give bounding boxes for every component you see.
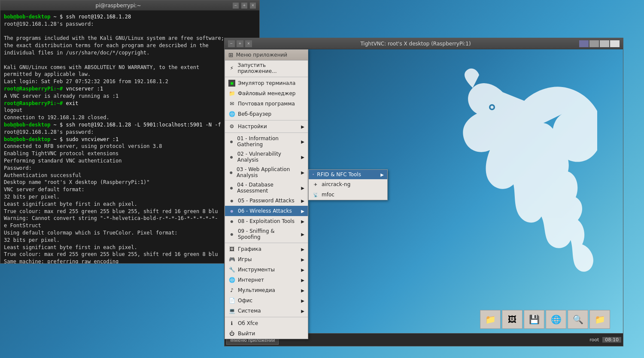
save-icon: 💾 (529, 314, 540, 325)
menu-separator-5 (225, 317, 308, 317)
vnc-taskbar-bottom-icons: 📁 🖼 💾 🌐 🔍 📁 (480, 310, 610, 329)
office-arrow: ▶ (301, 298, 304, 303)
menu-separator-1 (225, 77, 308, 77)
menu-item-about[interactable]: ℹ Об Xfce (225, 318, 308, 328)
menu-item-system-label: Система (238, 308, 261, 314)
settings-arrow: ▶ (301, 124, 304, 129)
vnc-close-button[interactable]: × (245, 40, 252, 47)
menu-item-terminal[interactable]: ▣ Эмулятор терминала (225, 78, 308, 88)
menu-item-05[interactable]: ● 05 - Password Attacks ▶ (225, 196, 308, 206)
terminal-body: bob@bob-desktop ~ $ ssh root@192.168.1.2… (0, 11, 259, 263)
menu-item-logout[interactable]: ⏻ Выйти (225, 328, 308, 339)
settings-icon: ⚙ (228, 123, 235, 130)
menu-header: ⊞ Меню приложений (225, 50, 308, 60)
menu-item-games-label: Игры (238, 256, 252, 262)
taskbar-icon-image[interactable]: 🖼 (502, 310, 522, 329)
vnc-minimize-button[interactable]: − (228, 40, 235, 47)
menu-item-multimedia[interactable]: ♪ Мультимедиа ▶ (225, 285, 308, 295)
item03-icon: ● (228, 169, 234, 176)
menu-item-settings[interactable]: ⚙ Настройки ▶ (225, 121, 308, 132)
menu-item-01-label: 01 - Information Gathering (237, 135, 298, 147)
item08-arrow: ▶ (301, 219, 304, 224)
menu-item-09[interactable]: ● 09 - Sniffing & Spoofing ▶ (225, 226, 308, 242)
menu-item-mail-label: Почтовая программа (238, 101, 295, 107)
multimedia-icon: ♪ (228, 287, 235, 294)
menu-item-graphics-label: Графика (238, 246, 261, 252)
color-sq-3 (600, 40, 609, 47)
menu-item-office-label: Офис (238, 298, 252, 304)
wireless-submenu: • RFID & NFC Tools ▶ ✈ aircrack-ng 📡 mfo… (308, 169, 388, 200)
mfoc-icon: 📡 (312, 191, 319, 198)
multimedia-arrow: ▶ (301, 288, 304, 293)
globe-icon: 🌐 (551, 314, 562, 325)
submenu-aircrack-label: aircrack-ng (322, 181, 350, 187)
menu-item-games[interactable]: 🎮 Игры ▶ (225, 254, 308, 265)
taskbar-icon-globe[interactable]: 🌐 (546, 310, 566, 329)
color-sq-2 (589, 40, 599, 47)
aircrack-icon: ✈ (312, 181, 319, 188)
menu-item-graphics[interactable]: 🖼 Графика ▶ (225, 244, 308, 254)
color-sq-1 (579, 40, 589, 47)
folder-icon: 📁 (595, 314, 605, 325)
menu-item-internet[interactable]: 🌐 Интернет ▶ (225, 275, 308, 285)
vnc-dragon (425, 62, 597, 278)
files-icon: 📁 (485, 314, 496, 325)
submenu-mfoc-label: mfoc (322, 192, 334, 198)
item09-arrow: ▶ (301, 232, 304, 237)
menu-item-08[interactable]: ● 08 - Exploitation Tools ▶ (225, 216, 308, 226)
terminal-window: pi@raspberrypi:~ − + × bob@bob-desktop ~… (0, 0, 260, 264)
tools-arrow: ▶ (301, 268, 304, 272)
menu-item-system[interactable]: 💻 Система ▶ (225, 306, 308, 316)
terminal-close-button[interactable]: × (250, 3, 256, 9)
rfid-icon: • (312, 172, 314, 177)
menu-item-mail[interactable]: ✉ Почтовая программа (225, 99, 308, 109)
menu-item-tools[interactable]: 🔧 Инструменты ▶ (225, 265, 308, 275)
menu-item-filemanager[interactable]: 📁 Файловый менеджер (225, 88, 308, 99)
color-squares (579, 40, 620, 47)
item02-icon: ● (228, 153, 235, 160)
menu-item-settings-label: Настройки (238, 123, 267, 129)
item05-icon: ● (228, 197, 235, 204)
taskbar-icon-save[interactable]: 💾 (524, 310, 544, 329)
menu-item-about-label: Об Xfce (238, 320, 258, 326)
menu-item-06[interactable]: ● 06 - Wireless Attacks ▶ (225, 206, 308, 216)
taskbar-icon-search[interactable]: 🔍 (568, 310, 588, 329)
terminal-title: pi@raspberrypi:~ (4, 3, 233, 9)
submenu-item-aircrack[interactable]: ✈ aircrack-ng (309, 179, 387, 190)
menu-item-04[interactable]: ● 04 - Database Assessment ▶ (225, 180, 308, 196)
menu-item-browser[interactable]: 🌐 Веб-браузер (225, 109, 308, 119)
menu-item-01[interactable]: ● 01 - Information Gathering ▶ (225, 134, 308, 149)
taskbar-icon-folder[interactable]: 📁 (589, 310, 610, 329)
item04-arrow: ▶ (301, 186, 304, 190)
submenu-item-rfid[interactable]: • RFID & NFC Tools ▶ (309, 170, 387, 179)
item06-icon: ● (228, 208, 235, 214)
menu-item-09-label: 09 - Sniffing & Spoofing (238, 228, 298, 240)
vnc-maximize-button[interactable]: + (237, 40, 243, 47)
terminal-minimize-button[interactable]: − (233, 3, 239, 9)
vnc-window: − + × TightVNC: root's X desktop (Raspbe… (224, 38, 623, 346)
item03-arrow: ▶ (301, 170, 304, 175)
menu-item-02[interactable]: ● 02 - Vulnerability Analysis ▶ (225, 149, 308, 165)
taskbar-icon-files[interactable]: 📁 (480, 310, 501, 329)
mail-icon: ✉ (228, 100, 235, 107)
menu-item-05-label: 05 - Password Attacks (238, 198, 295, 204)
menu-item-03[interactable]: ● 03 - Web Application Analysis ▶ (225, 165, 308, 180)
vnc-window-controls-left[interactable]: − + × (228, 40, 252, 47)
graphics-icon: 🖼 (228, 246, 235, 253)
submenu-rfid-label: RFID & NFC Tools (317, 171, 361, 177)
submenu-item-mfoc[interactable]: 📡 mfoc (309, 190, 387, 200)
internet-arrow: ▶ (301, 278, 304, 283)
menu-item-browser-label: Веб-браузер (238, 111, 271, 117)
image-icon: 🖼 (508, 314, 516, 325)
menu-item-launch[interactable]: ⚡ Запустить приложение... (225, 60, 308, 76)
terminal-maximize-button[interactable]: + (241, 3, 247, 9)
menu-item-multimedia-label: Мультимедиа (238, 287, 275, 293)
filemanager-icon: 📁 (228, 90, 235, 97)
browser-icon: 🌐 (228, 111, 235, 117)
item01-icon: ● (228, 138, 234, 145)
menu-separator-4 (225, 243, 308, 243)
menu-item-office[interactable]: 📄 Офис ▶ (225, 295, 308, 306)
vnc-content: ⊞ Меню приложений ⚡ Запустить приложение… (225, 49, 623, 333)
terminal-buttons[interactable]: − + × (233, 3, 256, 9)
menu-item-03-label: 03 - Web Application Analysis (237, 166, 298, 178)
